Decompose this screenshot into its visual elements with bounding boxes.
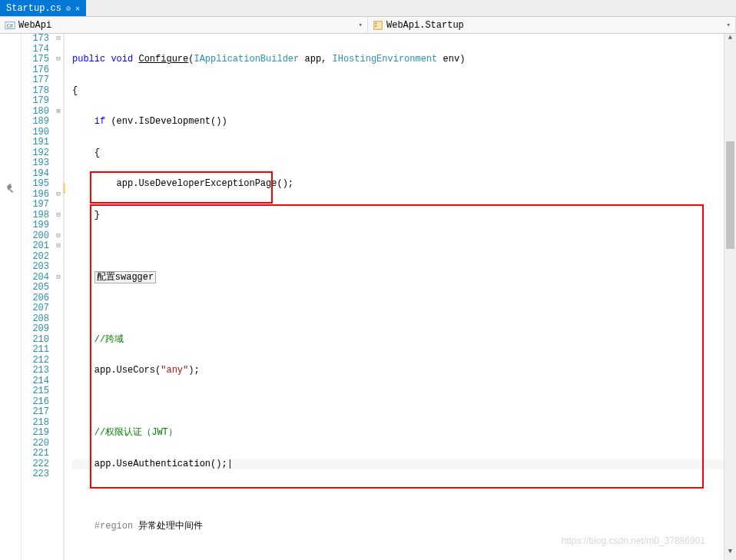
nav-class-dropdown[interactable]: WebApi.Startup ▾ (368, 17, 736, 33)
breakpoint-margin[interactable] (0, 34, 22, 560)
scroll-down-icon[interactable]: ▼ (724, 548, 736, 560)
code-nav-bar: C# WebApi ▾ WebApi.Startup ▾ (0, 17, 736, 34)
text: env) (437, 54, 465, 65)
region-kw: #region (94, 521, 133, 532)
nav-class-label: WebApi.Startup (386, 20, 464, 31)
scroll-up-icon[interactable]: ▲ (724, 34, 736, 46)
region-label: 异常处理中间件 (133, 521, 203, 532)
close-icon[interactable]: ✕ (75, 4, 80, 13)
vertical-scrollbar[interactable]: ▲ ▼ (724, 34, 736, 560)
svg-rect-2 (374, 21, 383, 29)
svg-point-4 (375, 25, 376, 26)
type: IHostingEnvironment (333, 54, 438, 65)
chevron-down-icon: ▾ (727, 21, 731, 29)
watermark: https://blog.csdn.net/m0_37886901 (562, 535, 705, 546)
keyword: void (111, 54, 133, 65)
text: app, (299, 54, 332, 65)
document-tabs: Startup.cs ⊙ ✕ (0, 0, 736, 17)
code-editor[interactable]: 1731741751761771781791801891901911921931… (0, 34, 736, 560)
method-name: Configure (138, 54, 188, 65)
class-icon (373, 20, 383, 31)
change-marker (63, 183, 65, 194)
comment: //跨域 (94, 334, 124, 345)
tab-startup-cs[interactable]: Startup.cs ⊙ ✕ (0, 0, 86, 16)
text: app.UseAuthentication(); (94, 459, 227, 469)
pin-icon[interactable]: ⊙ (66, 4, 71, 13)
collapsed-region[interactable]: 配置swagger (94, 271, 156, 283)
chevron-down-icon: ▾ (359, 21, 363, 29)
csharp-project-icon: C# (5, 20, 15, 31)
quick-actions-icon[interactable] (5, 183, 15, 194)
svg-point-3 (375, 22, 376, 24)
text: app.UseDeveloperExceptionPage(); (117, 178, 293, 189)
brace: } (94, 210, 100, 220)
nav-project-label: WebApi (18, 20, 51, 31)
svg-text:C#: C# (7, 22, 13, 28)
text: ); (188, 365, 199, 376)
scrollbar-thumb[interactable] (726, 141, 734, 249)
tab-label: Startup.cs (6, 3, 61, 14)
type: IApplicationBuilder (194, 54, 299, 65)
string: "any" (161, 365, 188, 376)
nav-project-dropdown[interactable]: C# WebApi ▾ (0, 17, 368, 33)
code-area[interactable]: public void Configure(IApplicationBuilde… (65, 34, 736, 560)
svg-rect-5 (9, 189, 13, 193)
line-numbers: 1731741751761771781791801891901911921931… (22, 34, 54, 560)
brace: { (72, 86, 736, 97)
text: (env.IsDevelopment()) (105, 116, 227, 127)
comment: //权限认证（JWT） (94, 427, 177, 438)
keyword: public (72, 54, 105, 65)
brace: { (94, 147, 100, 158)
keyword: if (94, 116, 105, 127)
text: app.UseCors( (94, 365, 161, 376)
folding-gutter[interactable]: ⊟⊟⊞⊟⊟⊟⊟⊟ (54, 34, 63, 560)
